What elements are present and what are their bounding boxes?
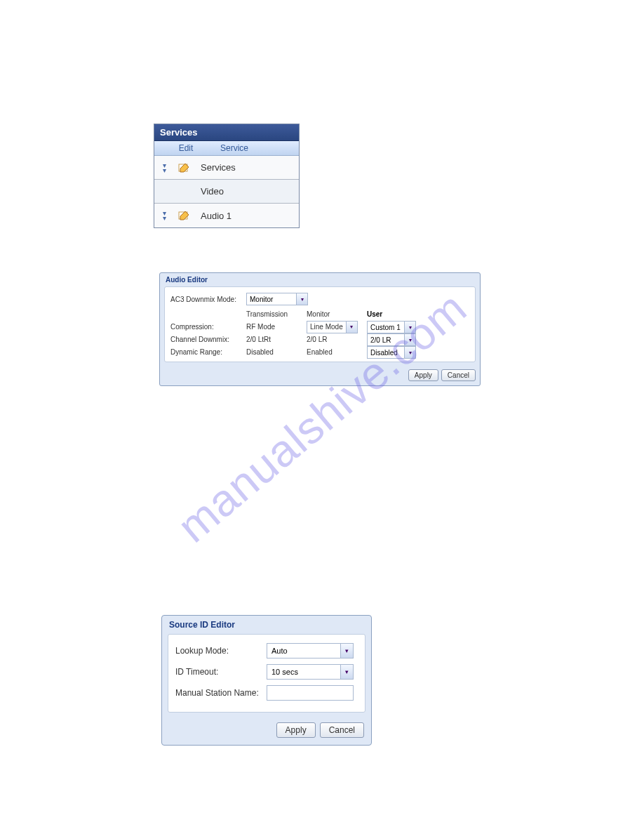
spacer	[170, 308, 246, 321]
lookup-mode-select[interactable]: Auto ▾	[267, 643, 354, 658]
edit-icon[interactable]	[178, 162, 191, 173]
expand-icon[interactable]: ▾▾	[163, 211, 166, 220]
manual-station-input[interactable]	[267, 685, 354, 701]
source-id-editor-footer: Apply Cancel	[162, 718, 371, 745]
column-service: Service	[217, 141, 299, 155]
ac3-downmix-label: AC3 Downmix Mode:	[170, 296, 246, 303]
audio-editor-title: Audio Editor	[160, 273, 480, 286]
apply-button[interactable]: Apply	[276, 722, 316, 738]
lookup-mode-value: Auto	[267, 644, 340, 658]
column-edit: Edit	[154, 141, 217, 155]
services-row[interactable]: Video	[154, 180, 299, 204]
dynamic-range-label: Dynamic Range:	[170, 346, 246, 359]
dynamic-range-monitor: Enabled	[307, 346, 367, 359]
ac3-downmix-select[interactable]: Monitor ▾	[246, 293, 308, 305]
user-value: Disabled	[368, 349, 404, 357]
compression-transmission: RF Mode	[246, 321, 307, 333]
chevron-down-icon[interactable]: ▾	[404, 322, 415, 333]
chevron-down-icon[interactable]: ▾	[340, 665, 353, 679]
user-value: Custom 1	[368, 324, 404, 331]
services-column-header: Edit Service	[154, 141, 299, 156]
services-row[interactable]: ▾▾ Audio 1	[154, 204, 299, 227]
compression-user-select[interactable]: Custom 1 ▾	[367, 321, 416, 333]
source-id-editor-body: Lookup Mode: Auto ▾ ID Timeout: 10 secs …	[168, 634, 365, 713]
transmission-header: Transmission	[246, 308, 307, 321]
channel-downmix-monitor: 2/0 LR	[307, 333, 367, 346]
apply-button[interactable]: Apply	[408, 369, 438, 381]
id-timeout-value: 10 secs	[267, 665, 340, 679]
chevron-down-icon[interactable]: ▾	[404, 334, 415, 345]
services-row[interactable]: ▾▾ Services	[154, 156, 299, 180]
monitor-value: Line Mode	[307, 321, 346, 333]
lookup-mode-label: Lookup Mode:	[175, 646, 267, 656]
chevron-down-icon[interactable]: ▾	[296, 293, 307, 305]
monitor-header: Monitor	[307, 308, 367, 321]
audio-editor-body: AC3 Downmix Mode: Monitor ▾ Compression:…	[164, 286, 476, 362]
service-label: Video	[195, 186, 299, 197]
cancel-button[interactable]: Cancel	[320, 722, 364, 738]
dynamic-range-user-select[interactable]: Disabled ▾	[367, 346, 416, 359]
cancel-button[interactable]: Cancel	[441, 369, 476, 381]
expand-icon[interactable]: ▾▾	[163, 163, 166, 173]
ac3-downmix-value: Monitor	[247, 296, 296, 303]
source-id-editor-title: Source ID Editor	[162, 616, 371, 634]
chevron-down-icon[interactable]: ▾	[346, 322, 357, 333]
id-timeout-select[interactable]: 10 secs ▾	[267, 664, 354, 680]
channel-downmix-user-select[interactable]: 2/0 LR ▾	[367, 333, 416, 346]
edit-icon[interactable]	[178, 210, 191, 221]
service-label: Services	[195, 162, 299, 173]
id-timeout-label: ID Timeout:	[175, 667, 267, 677]
dynamic-range-transmission: Disabled	[246, 346, 307, 359]
service-label: Audio 1	[195, 211, 299, 221]
compression-monitor-select[interactable]: Line Mode ▾	[307, 321, 358, 333]
user-value: 2/0 LR	[368, 336, 404, 344]
chevron-down-icon[interactable]: ▾	[404, 347, 415, 358]
audio-editor-panel: Audio Editor AC3 Downmix Mode: Monitor ▾…	[159, 272, 481, 386]
source-id-editor-panel: Source ID Editor Lookup Mode: Auto ▾ ID …	[161, 615, 372, 746]
channel-downmix-transmission: 2/0 LtRt	[246, 333, 307, 346]
compression-label: Compression:	[170, 321, 246, 333]
manual-station-label: Manual Station Name:	[175, 688, 267, 698]
services-panel: Services Edit Service ▾▾ Services Video …	[154, 124, 300, 228]
chevron-down-icon[interactable]: ▾	[340, 644, 353, 658]
channel-downmix-label: Channel Downmix:	[170, 333, 246, 346]
services-title: Services	[154, 124, 299, 141]
audio-editor-footer: Apply Cancel	[160, 366, 480, 385]
user-header: User	[367, 308, 437, 321]
